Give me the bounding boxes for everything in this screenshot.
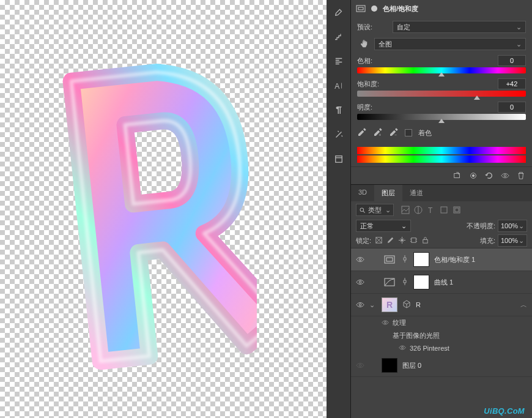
chevron-down-icon: ⌄ bbox=[516, 40, 522, 48]
filter-smart-icon[interactable] bbox=[453, 206, 461, 214]
curves-adj-icon bbox=[382, 275, 397, 289]
saturation-label: 饱和度: bbox=[357, 80, 379, 89]
layer-row-r[interactable]: ⌄ R R ︿ bbox=[351, 294, 532, 316]
saturation-value-input[interactable]: +42 bbox=[498, 78, 526, 89]
lock-artboard-icon[interactable] bbox=[410, 236, 418, 245]
paragraph-align-icon[interactable] bbox=[329, 54, 349, 69]
cube-3d-icon bbox=[402, 300, 411, 310]
saturation-slider[interactable] bbox=[357, 91, 526, 97]
lightness-label: 明度: bbox=[357, 103, 372, 112]
spectrum-bars bbox=[357, 147, 526, 163]
layer-thumbnail[interactable] bbox=[382, 358, 397, 373]
svg-rect-15 bbox=[441, 207, 447, 213]
eyedropper-minus-icon[interactable]: − bbox=[389, 127, 399, 138]
hs-adj-icon bbox=[382, 252, 397, 267]
filter-adjustment-icon[interactable] bbox=[414, 206, 423, 214]
adjustment-panel-header: 色相/饱和度 bbox=[351, 0, 532, 17]
layer-filter-select[interactable]: 类型 ⌄ bbox=[356, 204, 394, 216]
spectrum-bottom bbox=[357, 155, 526, 163]
filter-type-icon[interactable]: T bbox=[427, 206, 435, 214]
svg-rect-22 bbox=[385, 256, 394, 263]
channel-select[interactable]: 全图 ⌄ bbox=[374, 38, 526, 50]
layer-row-curves[interactable]: 曲线 1 bbox=[351, 271, 532, 294]
lock-transparent-icon[interactable] bbox=[375, 236, 383, 245]
filter-pixel-icon[interactable] bbox=[401, 206, 410, 214]
layer-thumbnail[interactable]: R bbox=[382, 297, 397, 312]
eyedropper-icon[interactable] bbox=[357, 127, 367, 138]
lightness-value-input[interactable]: 0 bbox=[498, 102, 526, 113]
layer-row-hs[interactable]: 色相/饱和度 1 bbox=[351, 248, 532, 271]
hue-slider[interactable] bbox=[357, 67, 526, 73]
svg-rect-23 bbox=[386, 258, 393, 261]
opacity-input[interactable]: 100% ⌄ bbox=[498, 220, 527, 232]
svg-point-11 bbox=[360, 208, 364, 212]
adjustment-footer-bar bbox=[351, 166, 532, 185]
layer-row-bg[interactable]: 图层 0 bbox=[351, 354, 532, 377]
chevron-up-icon[interactable]: ︿ bbox=[520, 300, 527, 310]
filter-label: 类型 bbox=[368, 206, 382, 215]
fill-value: 100% bbox=[501, 237, 518, 244]
tab-layers[interactable]: 图层 bbox=[374, 185, 402, 201]
spectrum-top bbox=[357, 147, 526, 154]
svg-rect-19 bbox=[412, 237, 416, 242]
filter-shape-icon[interactable] bbox=[440, 206, 448, 214]
canvas-letter-r bbox=[49, 49, 257, 379]
lock-label: 锁定: bbox=[356, 236, 371, 245]
mask-thumbnail[interactable] bbox=[413, 275, 429, 289]
colorize-checkbox[interactable] bbox=[405, 129, 412, 136]
lock-paint-icon[interactable] bbox=[386, 236, 394, 245]
chevron-down-icon: ⌄ bbox=[516, 23, 522, 31]
sublayer-texture[interactable]: 纹理 bbox=[382, 316, 532, 329]
svg-point-29 bbox=[359, 364, 361, 367]
layers-list: 色相/饱和度 1 曲线 1 ⌄ R R ︿ bbox=[351, 248, 532, 377]
link-icon bbox=[402, 255, 408, 264]
eyedropper-plus-icon[interactable]: + bbox=[373, 127, 383, 138]
targeted-adjust-icon[interactable] bbox=[357, 39, 371, 50]
trash-icon[interactable] bbox=[516, 171, 526, 181]
lock-position-icon[interactable] bbox=[398, 236, 406, 245]
visibility-toggle-icon[interactable] bbox=[382, 319, 389, 327]
sublayer-label: 326 Pinterest bbox=[410, 345, 449, 352]
sublayer-ibl[interactable]: 基于图像的光照 bbox=[382, 329, 532, 342]
step-icon[interactable] bbox=[329, 29, 349, 44]
preset-select[interactable]: 自定 ⌄ bbox=[393, 21, 526, 33]
mask-thumbnail[interactable] bbox=[413, 252, 429, 267]
visibility-toggle-icon[interactable] bbox=[356, 255, 364, 264]
tab-3d[interactable]: 3D bbox=[351, 185, 374, 201]
visibility-icon[interactable] bbox=[500, 171, 510, 181]
hue-label: 色相: bbox=[357, 56, 372, 65]
watermark: UiBQ.CoM bbox=[484, 406, 525, 416]
layer-name: R bbox=[416, 301, 421, 308]
character-icon[interactable]: A bbox=[329, 78, 349, 93]
svg-rect-12 bbox=[402, 206, 409, 214]
view-previous-icon[interactable] bbox=[468, 171, 478, 181]
blend-mode-select[interactable]: 正常 ⌄ bbox=[356, 220, 411, 232]
svg-point-10 bbox=[504, 174, 506, 177]
svg-rect-1 bbox=[336, 156, 342, 163]
visibility-toggle-icon[interactable] bbox=[356, 278, 364, 286]
chevron-down-icon[interactable]: ⌄ bbox=[369, 301, 377, 309]
tools-icon[interactable] bbox=[329, 127, 349, 142]
canvas[interactable] bbox=[0, 0, 327, 418]
visibility-toggle-icon[interactable] bbox=[356, 300, 364, 309]
hue-value-input[interactable]: 0 bbox=[498, 55, 526, 66]
visibility-toggle-icon[interactable] bbox=[399, 344, 406, 353]
svg-text:+: + bbox=[379, 133, 381, 137]
svg-text:T: T bbox=[428, 206, 433, 214]
visibility-toggle-icon[interactable] bbox=[356, 361, 364, 370]
sublayer-label: 纹理 bbox=[393, 318, 406, 327]
lightness-slider[interactable] bbox=[357, 114, 526, 120]
brush-icon[interactable] bbox=[329, 5, 349, 20]
clip-to-layer-icon[interactable] bbox=[453, 171, 462, 181]
reset-icon[interactable] bbox=[484, 171, 494, 181]
sublayer-pinterest[interactable]: 326 Pinterest bbox=[382, 342, 532, 354]
pilcrow-icon[interactable] bbox=[329, 103, 349, 118]
svg-rect-25 bbox=[385, 278, 394, 286]
panel-icon[interactable] bbox=[329, 152, 349, 166]
sublayers: 纹理 基于图像的光照 326 Pinterest bbox=[351, 316, 532, 354]
tab-channels[interactable]: 通道 bbox=[402, 185, 430, 201]
svg-rect-20 bbox=[423, 239, 427, 243]
svg-rect-2 bbox=[357, 6, 365, 12]
lock-all-icon[interactable] bbox=[421, 236, 429, 245]
fill-input[interactable]: 100% ⌄ bbox=[498, 234, 527, 247]
